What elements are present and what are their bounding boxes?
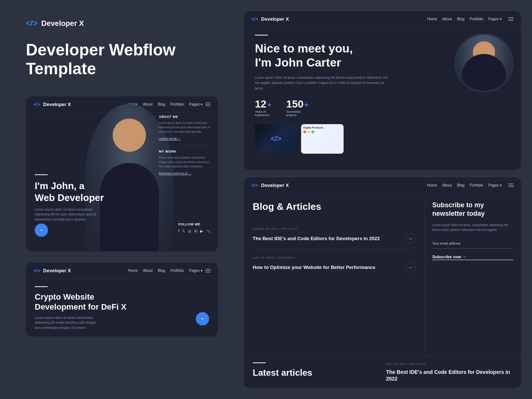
crypto-nav-portfolio[interactable]: Portfolio <box>170 269 184 273</box>
browse-portfolio-link[interactable]: BROWSE PORTFOLIO → <box>159 172 211 175</box>
twitter-icon[interactable]: 𝕏 <box>182 229 185 233</box>
crypto-card-nav: </> Developer X Home About Blog Portfoli… <box>26 263 218 279</box>
about-nav-portfolio[interactable]: Portfolio <box>470 17 483 21</box>
blog-main-content: Blog & Articles MARCH 26, 2022 / ARTICLE… <box>244 194 521 356</box>
article-1-meta: MARCH 26, 2022 / ARTICLES <box>253 227 416 231</box>
newsletter-desc: Lorem ipsum dolor sit amet, consectetur … <box>432 223 514 233</box>
article-2-arrow[interactable]: → <box>405 262 416 273</box>
about-nav-blog[interactable]: Blog <box>457 17 464 21</box>
subscribe-now-button[interactable]: Subscribe now → <box>432 255 514 260</box>
blog-nav-brand: Developer X <box>261 183 424 188</box>
about-nav-links: Home About Blog Portfolio Pages ▾ <box>427 17 502 21</box>
hero-divider <box>35 174 48 175</box>
blog-nav-home[interactable]: Home <box>427 183 437 187</box>
work-section-text: Purus ut faucibus pulvinar elementum int… <box>159 156 211 169</box>
linkedin-icon[interactable]: in <box>194 229 197 233</box>
dot-red <box>303 130 306 133</box>
follow-title: FOLLOW ME <box>178 222 211 226</box>
stats-row: 12+ Years of experience 150+ Successful … <box>255 98 510 117</box>
blog-nav-links: Home About Blog Portfolio Pages ▾ <box>427 183 502 187</box>
left-panel: </> Developer X Developer Webflow Templa… <box>0 0 236 399</box>
hero-title: I'm John, aWeb Developer <box>35 180 104 203</box>
crypto-scroll-button[interactable] <box>196 312 209 325</box>
blog-nav-portfolio[interactable]: Portfolio <box>470 183 483 187</box>
email-label: Your email address <box>432 242 514 245</box>
crypto-desc: Lorem ipsum dolor sit amet consectetur a… <box>35 316 101 331</box>
crypto-nav-blog[interactable]: Blog <box>158 269 165 273</box>
blog-nav-pages[interactable]: Pages ▾ <box>488 183 502 187</box>
crypto-nav-logo: </> <box>33 268 40 273</box>
brand-header: </> Developer X <box>26 18 218 28</box>
blog-nav-about[interactable]: About <box>442 183 452 187</box>
stat-projects-label1: Successful <box>286 110 308 113</box>
stat-projects-label2: projects <box>286 113 308 117</box>
article-2-title-row: How to Optimize your Website for Better … <box>253 262 416 273</box>
thumb-design-content: Digital Products <box>301 124 344 154</box>
blog-section-title: Blog & Articles <box>253 201 416 212</box>
youtube-icon[interactable]: ▶ <box>200 229 203 233</box>
follow-section: FOLLOW ME f 𝕏 ◎ in ▶ ⌥ <box>178 222 211 233</box>
hero-nav-portfolio[interactable]: Portfolio <box>170 102 184 106</box>
about-nav-home[interactable]: Home <box>427 17 437 21</box>
about-hamburger-icon[interactable] <box>508 17 514 21</box>
blog-card-nav: </> Developer X Home About Blog Portfoli… <box>244 177 521 194</box>
email-input-line <box>432 248 514 249</box>
about-card: </> Developer X Home About Blog Portfoli… <box>244 11 521 170</box>
hero-hamburger-icon[interactable] <box>205 103 211 106</box>
person-circle <box>454 33 514 92</box>
crypto-nav-home[interactable]: Home <box>128 269 138 273</box>
blog-article-2: AUG 20, 2022 / TUTORIALS How to Optimize… <box>253 250 416 279</box>
latest-divider <box>253 362 266 363</box>
about-card-nav: </> Developer X Home About Blog Portfoli… <box>244 11 521 27</box>
crypto-title: Crypto WebsiteDevelopment for DeFi X <box>35 292 209 312</box>
hero-nav-pages[interactable]: Pages ▾ <box>189 102 202 106</box>
logo-icon: </> <box>26 18 38 28</box>
work-section-title: MY WORK <box>159 150 211 153</box>
blog-articles-section: Blog & Articles MARCH 26, 2022 / ARTICLE… <box>244 194 425 356</box>
thumbnail-code <box>255 124 297 154</box>
about-person-image <box>454 33 514 92</box>
crypto-content: Crypto WebsiteDevelopment for DeFi X Lor… <box>26 279 218 337</box>
thumb-design-dots <box>303 130 341 133</box>
about-title: Nice to meet you,I'm John Carter <box>255 41 388 70</box>
person-face <box>113 119 146 152</box>
right-panel: </> Developer X Home About Blog Portfoli… <box>236 0 532 399</box>
dot-green <box>311 130 314 133</box>
stat-experience-label2: experience <box>255 113 272 117</box>
about-divider <box>255 35 268 35</box>
blog-hamburger-icon[interactable] <box>508 184 514 187</box>
article-1-title: The Best IDE's and Code Editors for Deve… <box>253 236 402 242</box>
article-1-arrow[interactable]: → <box>405 233 416 244</box>
crypto-nav-pages[interactable]: Pages ▾ <box>189 269 202 273</box>
about-section-text: Lorem ipsum dolor sit amet consectetur a… <box>159 121 211 134</box>
about-nav-about[interactable]: About <box>442 17 452 21</box>
stat-experience-label1: Years of <box>255 110 272 113</box>
facebook-icon[interactable]: f <box>178 229 179 233</box>
stat-projects-number: 150+ <box>286 98 308 110</box>
person-body <box>100 163 159 252</box>
brand-name: Developer X <box>41 19 84 28</box>
stat-projects: 150+ Successful projects <box>286 98 308 117</box>
scroll-down-button[interactable] <box>35 224 48 237</box>
article-1-title-row: The Best IDE's and Code Editors for Deve… <box>253 233 416 244</box>
about-description: Lorem ipsum dolor sit amet, consectetur … <box>255 75 388 91</box>
main-title: Developer Webflow Template <box>26 41 218 78</box>
blog-card: </> Developer X Home About Blog Portfoli… <box>244 177 521 388</box>
blog-nav-blog[interactable]: Blog <box>457 183 464 187</box>
blog-nav-logo: </> <box>251 183 258 188</box>
github-icon[interactable]: ⌥ <box>206 229 211 233</box>
crypto-nav-about[interactable]: About <box>143 269 153 273</box>
learn-more-link[interactable]: LEARN MORE → <box>159 137 211 140</box>
hero-content: I'm John, aWeb Developer Lorem ipsum dol… <box>35 174 104 222</box>
hero-nav-blog[interactable]: Blog <box>158 102 165 106</box>
about-nav-pages[interactable]: Pages ▾ <box>488 17 502 21</box>
crypto-hamburger-icon[interactable] <box>205 269 211 273</box>
person-circle-body <box>462 54 506 91</box>
bottom-article-meta: AUG 25, 2022 / ARTICLES <box>386 362 512 366</box>
instagram-icon[interactable]: ◎ <box>188 229 191 233</box>
hero-nav-about[interactable]: About <box>143 102 153 106</box>
latest-articles-section: Latest articles <box>253 362 379 382</box>
blog-article-1: MARCH 26, 2022 / ARTICLES The Best IDE's… <box>253 221 416 250</box>
hero-nav-logo: </> <box>33 102 40 107</box>
crypto-nav-links: Home About Blog Portfolio Pages ▾ <box>128 269 202 273</box>
